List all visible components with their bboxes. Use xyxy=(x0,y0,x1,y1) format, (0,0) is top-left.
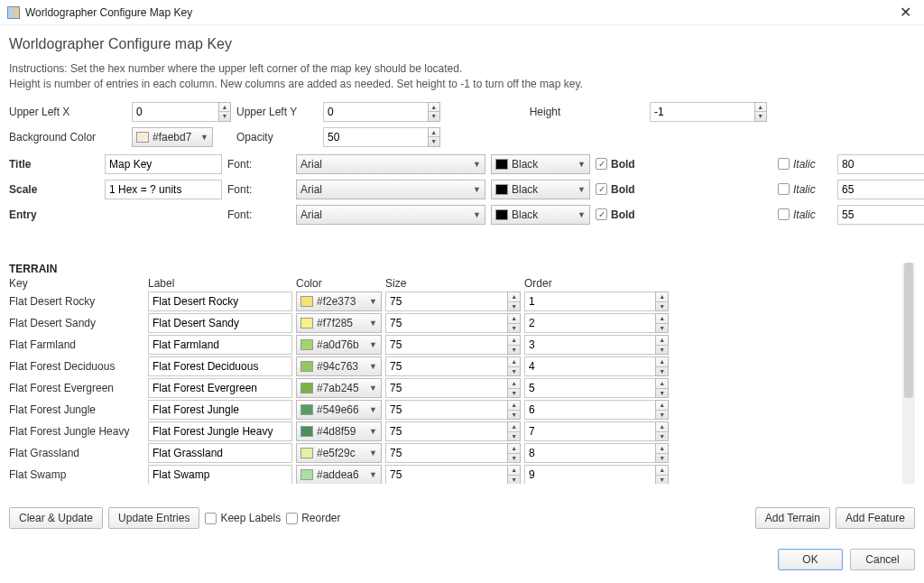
terrain-order-input[interactable] xyxy=(524,292,655,311)
upper-left-x-input[interactable] xyxy=(132,102,218,122)
terrain-size-spinner[interactable]: ▲▼ xyxy=(385,465,521,484)
terrain-order-spinner[interactable]: ▲▼ xyxy=(524,356,669,376)
chevron-down-icon: ▼ xyxy=(369,384,377,393)
scale-italic-checkbox[interactable]: Italic xyxy=(778,183,832,196)
title-value-input[interactable] xyxy=(105,154,222,174)
title-size-spinner[interactable]: ▲▼ xyxy=(837,154,924,174)
chevron-down-icon: ▼ xyxy=(369,470,377,479)
entry-font-combo[interactable]: Arial▼ xyxy=(296,205,485,225)
terrain-order-spinner[interactable]: ▲▼ xyxy=(524,421,669,441)
terrain-order-spinner[interactable]: ▲▼ xyxy=(524,292,669,311)
terrain-size-spinner[interactable]: ▲▼ xyxy=(385,356,521,376)
terrain-color-combo[interactable]: #a0d76b▼ xyxy=(296,335,382,355)
terrain-label-input[interactable] xyxy=(148,292,292,311)
spin-btns[interactable]: ▲▼ xyxy=(218,102,231,122)
terrain-label-input[interactable] xyxy=(148,443,292,463)
terrain-order-spinner[interactable]: ▲▼ xyxy=(524,335,669,355)
terrain-label-input[interactable] xyxy=(148,465,292,484)
title-size-input[interactable] xyxy=(837,154,924,174)
terrain-size-input[interactable] xyxy=(385,335,507,355)
terrain-size-spinner[interactable]: ▲▼ xyxy=(385,292,521,311)
terrain-color-combo[interactable]: #549e66▼ xyxy=(296,400,382,420)
terrain-color-combo[interactable]: #e5f29c▼ xyxy=(296,443,382,463)
cancel-button[interactable]: Cancel xyxy=(850,549,915,570)
scale-value-input[interactable] xyxy=(105,180,222,199)
terrain-order-input[interactable] xyxy=(524,421,655,441)
col-label: Label xyxy=(148,277,292,290)
terrain-size-input[interactable] xyxy=(385,313,507,333)
terrain-label-input[interactable] xyxy=(148,400,292,420)
terrain-label-input[interactable] xyxy=(148,378,292,398)
upper-left-y-input[interactable] xyxy=(323,102,428,122)
bgcolor-combo[interactable]: #faebd7 ▼ xyxy=(132,127,213,147)
terrain-size-input[interactable] xyxy=(385,378,507,398)
terrain-order-input[interactable] xyxy=(524,443,655,463)
terrain-size-input[interactable] xyxy=(385,292,507,311)
terrain-order-input[interactable] xyxy=(524,400,655,420)
entry-color-combo[interactable]: Black▼ xyxy=(491,205,590,225)
terrain-order-spinner[interactable]: ▲▼ xyxy=(524,400,669,420)
terrain-label-input[interactable] xyxy=(148,421,292,441)
terrain-label-input[interactable] xyxy=(148,356,292,376)
entry-bold-checkbox[interactable]: Bold xyxy=(596,208,650,221)
terrain-key: Flat Desert Rocky xyxy=(9,295,144,308)
upper-left-y-spinner[interactable]: ▲▼ xyxy=(323,102,440,122)
terrain-size-spinner[interactable]: ▲▼ xyxy=(385,443,521,463)
terrain-size-spinner[interactable]: ▲▼ xyxy=(385,335,521,355)
terrain-order-input[interactable] xyxy=(524,378,655,398)
terrain-color-combo[interactable]: #f2e373▼ xyxy=(296,292,382,311)
terrain-color-combo[interactable]: #addea6▼ xyxy=(296,465,382,484)
chevron-down-icon: ▼ xyxy=(473,160,481,169)
entry-size-spinner[interactable]: ▲▼ xyxy=(837,205,924,225)
terrain-order-input[interactable] xyxy=(524,313,655,333)
terrain-label-input[interactable] xyxy=(148,313,292,333)
opacity-input[interactable] xyxy=(323,127,428,147)
terrain-size-input[interactable] xyxy=(385,421,507,441)
bgcolor-label: Background Color xyxy=(9,131,126,143)
scale-font-label: Font: xyxy=(227,183,291,196)
add-terrain-button[interactable]: Add Terrain xyxy=(755,507,830,529)
terrain-order-input[interactable] xyxy=(524,356,655,376)
terrain-order-spinner[interactable]: ▲▼ xyxy=(524,465,669,484)
terrain-size-spinner[interactable]: ▲▼ xyxy=(385,313,521,333)
title-bold-checkbox[interactable]: Bold xyxy=(596,158,650,171)
chevron-down-icon: ▼ xyxy=(369,362,377,371)
instructions: Instructions: Set the hex number where t… xyxy=(9,61,915,93)
terrain-color-combo[interactable]: #94c763▼ xyxy=(296,356,382,376)
title-font-combo[interactable]: Arial▼ xyxy=(296,154,485,174)
height-spinner[interactable]: ▲▼ xyxy=(650,102,767,122)
terrain-order-input[interactable] xyxy=(524,465,655,484)
terrain-color-combo[interactable]: #7ab245▼ xyxy=(296,378,382,398)
opacity-spinner[interactable]: ▲▼ xyxy=(323,127,440,147)
upper-left-x-spinner[interactable]: ▲▼ xyxy=(132,102,231,122)
terrain-order-input[interactable] xyxy=(524,335,655,355)
height-input[interactable] xyxy=(650,102,754,122)
terrain-order-spinner[interactable]: ▲▼ xyxy=(524,313,669,333)
terrain-size-spinner[interactable]: ▲▼ xyxy=(385,378,521,398)
instructions-line-2: Height is number of entries in each colu… xyxy=(9,77,915,92)
entry-size-input[interactable] xyxy=(837,205,924,225)
ok-button[interactable]: OK xyxy=(778,549,843,570)
title-color-combo[interactable]: Black▼ xyxy=(491,154,590,174)
scale-color-combo[interactable]: Black▼ xyxy=(491,180,590,199)
terrain-color-combo[interactable]: #f7f285▼ xyxy=(296,313,382,333)
scale-bold-checkbox[interactable]: Bold xyxy=(596,183,650,196)
chevron-down-icon: ▼ xyxy=(473,210,481,219)
scale-size-spinner[interactable]: ▲▼ xyxy=(837,180,924,199)
scale-size-input[interactable] xyxy=(837,180,924,199)
terrain-size-spinner[interactable]: ▲▼ xyxy=(385,400,521,420)
title-italic-checkbox[interactable]: Italic xyxy=(778,158,832,171)
add-feature-button[interactable]: Add Feature xyxy=(836,507,915,529)
terrain-size-input[interactable] xyxy=(385,465,507,484)
terrain-size-input[interactable] xyxy=(385,443,507,463)
terrain-order-spinner[interactable]: ▲▼ xyxy=(524,443,669,463)
terrain-order-spinner[interactable]: ▲▼ xyxy=(524,378,669,398)
terrain-label-input[interactable] xyxy=(148,335,292,355)
terrain-size-spinner[interactable]: ▲▼ xyxy=(385,421,521,441)
terrain-size-input[interactable] xyxy=(385,400,507,420)
terrain-color-combo[interactable]: #4d8f59▼ xyxy=(296,421,382,441)
entry-italic-checkbox[interactable]: Italic xyxy=(778,208,832,221)
close-icon[interactable]: ✕ xyxy=(894,4,917,21)
scale-font-combo[interactable]: Arial▼ xyxy=(296,180,485,199)
terrain-size-input[interactable] xyxy=(385,356,507,376)
